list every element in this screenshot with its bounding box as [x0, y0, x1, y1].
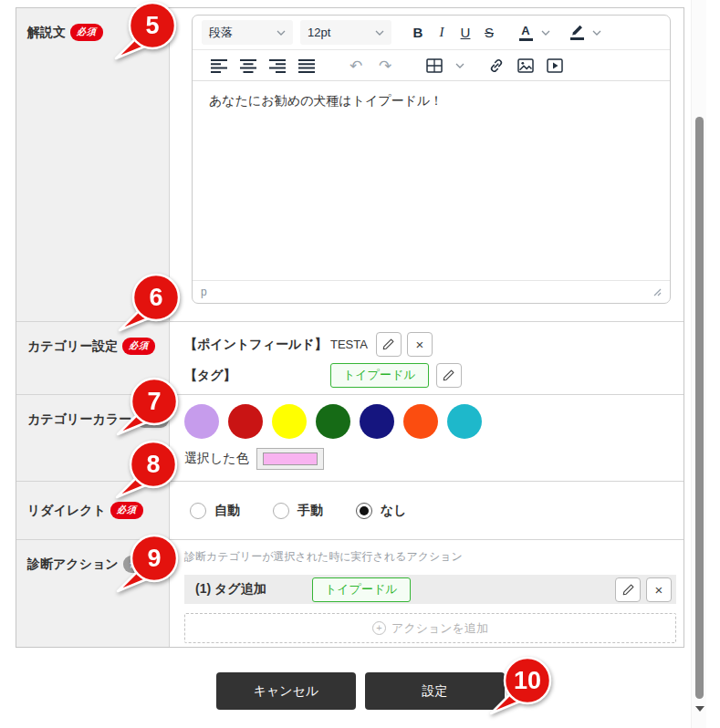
editor-status-bar: p	[193, 280, 670, 303]
highlight-pen-icon	[571, 25, 583, 36]
italic-button[interactable]: I	[430, 20, 454, 46]
paragraph-select[interactable]: 段落	[202, 20, 293, 45]
align-justify-button[interactable]	[295, 53, 318, 78]
chevron-down-icon	[277, 30, 286, 36]
radio-circle	[273, 503, 289, 519]
point-field-label: 【ポイントフィールド】	[184, 337, 330, 353]
action-label-cell: 診断アクション 任意	[16, 540, 170, 647]
selected-color-box[interactable]	[256, 448, 324, 470]
description-label: 解説文	[27, 25, 66, 41]
pencil-icon	[442, 369, 455, 382]
bold-button[interactable]: B	[406, 20, 430, 46]
underline-button[interactable]: U	[454, 20, 477, 46]
color-swatch-yellow[interactable]	[272, 404, 307, 439]
action-item-title: (1) タグ追加	[195, 581, 312, 598]
color-swatch-orange[interactable]	[403, 404, 438, 439]
radio-manual[interactable]: 手動	[273, 503, 323, 519]
required-badge: 必須	[110, 502, 143, 519]
scrollbar-down-arrow-icon[interactable]	[695, 706, 704, 712]
tag-field-label: 【タグ】	[184, 368, 330, 384]
media-button[interactable]	[543, 53, 567, 78]
action-tag-chip: トイプードル	[312, 577, 411, 602]
close-icon: ×	[655, 582, 663, 598]
color-swatch-cyan[interactable]	[447, 404, 482, 439]
radio-none[interactable]: なし	[356, 503, 407, 519]
resize-handle-icon[interactable]	[653, 288, 662, 296]
optional-badge: 任意	[136, 411, 169, 428]
row-category-settings: カテゴリー設定 必須 【ポイントフィールド】 TESTA × 【タグ】 トイプー…	[16, 322, 683, 395]
selected-color-preview	[263, 452, 318, 465]
row-redirect: リダイレクト 必須 自動 手動 なし	[16, 482, 683, 540]
radio-auto[interactable]: 自動	[190, 503, 240, 519]
action-description: 診断カテゴリーが選択された時に実行されるアクション	[184, 549, 676, 565]
radio-circle	[190, 503, 206, 519]
optional-badge: 任意	[123, 556, 156, 573]
color-swatches	[184, 404, 683, 439]
remove-point-field-button[interactable]: ×	[407, 332, 433, 357]
row-diagnostic-action: 診断アクション 任意 診断カテゴリーが選択された時に実行されるアクション (1)…	[16, 540, 683, 647]
chevron-down-icon	[375, 30, 384, 36]
highlight-color-bar	[570, 37, 584, 40]
editor-content[interactable]: あなたにお勧めの犬種はトイプードル！	[193, 81, 670, 280]
highlight-color-button[interactable]	[565, 20, 589, 46]
plus-icon: +	[372, 621, 386, 635]
action-list-item: (1) タグ追加 トイプードル ×	[184, 575, 676, 604]
editor-toolbar-row1: 段落 12pt B I U S A	[193, 16, 670, 50]
color-swatch-navy[interactable]	[360, 404, 394, 439]
required-badge: 必須	[122, 338, 155, 355]
required-badge: 必須	[70, 24, 103, 41]
add-action-label: アクションを追加	[391, 620, 488, 637]
chevron-down-icon	[592, 30, 601, 36]
cancel-button[interactable]: キャンセル	[216, 672, 356, 710]
point-field-line: 【ポイントフィールド】 TESTA ×	[184, 332, 674, 357]
align-right-button[interactable]	[266, 53, 289, 78]
edit-point-field-button[interactable]	[376, 332, 402, 357]
table-button[interactable]	[423, 53, 446, 78]
category-label: カテゴリー設定	[27, 338, 118, 355]
scrollbar-thumb[interactable]	[695, 117, 704, 699]
add-action-button[interactable]: + アクションを追加	[184, 613, 676, 643]
description-label-cell: 解説文 必須	[16, 8, 170, 321]
align-center-button[interactable]	[236, 53, 260, 78]
color-swatch-green[interactable]	[316, 404, 350, 439]
color-label-cell: カテゴリーカラー 任意	[16, 395, 170, 481]
submit-button[interactable]: 設定	[365, 672, 505, 710]
action-label: 診断アクション	[27, 556, 119, 573]
text-color-bar	[519, 38, 533, 41]
image-button[interactable]	[514, 53, 537, 78]
chevron-down-icon	[455, 63, 464, 68]
row-category-color: カテゴリーカラー 任意 選択した色	[16, 395, 683, 482]
redirect-options: 自動 手動 なし	[170, 482, 683, 539]
editor-toolbar-row2: ↶ ↷	[193, 50, 670, 81]
redo-button[interactable]: ↷	[373, 53, 397, 78]
color-swatch-purple[interactable]	[184, 404, 219, 439]
category-label-cell: カテゴリー設定 必須	[16, 322, 170, 394]
fontsize-select[interactable]: 12pt	[300, 20, 391, 45]
close-icon: ×	[416, 337, 424, 352]
remove-action-button[interactable]: ×	[646, 577, 672, 602]
element-path: p	[201, 286, 207, 298]
settings-form: 解説文 必須 段落 12pt B I U S	[16, 7, 684, 648]
redirect-label-cell: リダイレクト 必須	[16, 482, 170, 539]
edit-action-button[interactable]	[615, 577, 641, 602]
chevron-down-icon	[541, 30, 550, 36]
text-color-button[interactable]: A	[514, 20, 537, 46]
richtext-editor: 段落 12pt B I U S A	[192, 15, 671, 304]
tag-chip: トイプードル	[330, 363, 429, 388]
pencil-icon	[621, 583, 635, 597]
undo-button[interactable]: ↶	[344, 53, 368, 78]
color-label: カテゴリーカラー	[27, 411, 131, 428]
point-field-value: TESTA	[330, 338, 368, 351]
row-description: 解説文 必須 段落 12pt B I U S	[16, 8, 683, 322]
pencil-icon	[381, 338, 395, 351]
tag-field-line: 【タグ】 トイプードル	[184, 363, 674, 388]
radio-circle	[356, 503, 372, 519]
selected-color-label: 選択した色	[184, 451, 249, 467]
redirect-label: リダイレクト	[27, 503, 106, 519]
strikethrough-button[interactable]: S	[477, 20, 501, 46]
edit-tag-button[interactable]	[436, 363, 462, 388]
color-swatch-red[interactable]	[228, 404, 263, 439]
link-icon-button[interactable]	[485, 53, 508, 78]
align-left-button[interactable]	[207, 53, 231, 78]
svg-text:10: 10	[514, 667, 541, 694]
